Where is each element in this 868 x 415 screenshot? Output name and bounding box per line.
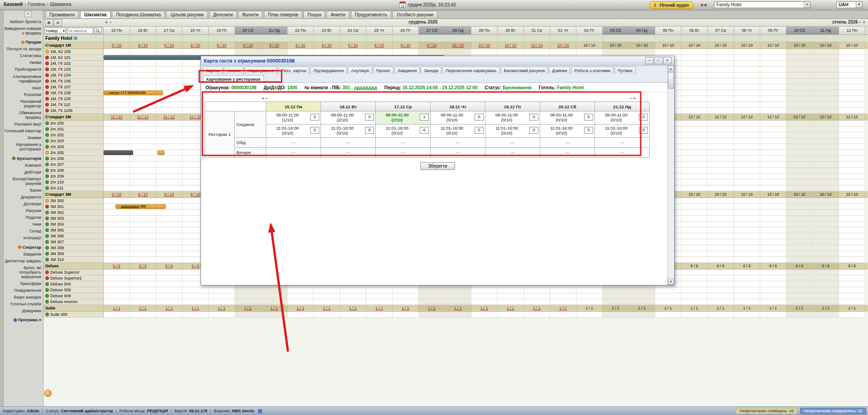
grid-cell[interactable] [130,216,156,222]
meal-qty-input[interactable]: 1 [420,114,429,121]
grid-cell[interactable] [261,299,288,305]
availability-link[interactable]: 1 / 1 [323,306,331,310]
room-label[interactable]: 1М, ГК 107 [43,84,104,90]
grid-cell[interactable] [288,293,314,299]
grid-cell[interactable] [130,270,156,275]
grid-cell[interactable] [839,281,865,287]
pager-last-button[interactable]: » [633,95,636,101]
grid-cell[interactable] [839,61,865,67]
grid-cell[interactable] [760,132,786,138]
room-label[interactable]: 1М, ГК 102 [43,61,104,67]
grid-cell[interactable] [524,312,550,318]
grid-cell[interactable] [182,299,209,305]
grid-cell[interactable] [760,138,786,144]
grid-cell[interactable] [813,281,839,287]
modal-tab[interactable]: Путівки [614,67,636,74]
room-label[interactable]: 2m 201 [43,126,104,132]
grid-cell[interactable] [681,144,708,150]
grid-cell[interactable] [629,287,655,293]
meal-slot-cell[interactable]: 08:00-11:00(0/10)0 [540,111,595,125]
grid-cell[interactable] [813,150,839,156]
quick-action-button[interactable] [44,390,52,397]
grid-cell[interactable] [708,150,734,156]
availability-link[interactable]: 9 / 10 [138,192,148,197]
grid-cell[interactable] [734,72,760,78]
grid-cell[interactable] [813,78,839,84]
grid-cell[interactable] [786,78,813,84]
grid-cell[interactable] [734,222,760,227]
grid-cell[interactable] [813,72,839,78]
grid-cell[interactable] [813,102,839,108]
sidebar-item[interactable]: Розсилки [4,92,41,97]
grid-cell[interactable] [786,275,813,281]
grid-cell[interactable] [708,312,734,318]
availability-link[interactable]: 8 / 10 [112,43,121,48]
app-tab[interactable]: Цільові рахунки [166,11,207,18]
availability-link[interactable]: 1 / 1 [192,306,199,310]
grid-cell[interactable] [681,96,708,102]
room-label[interactable]: 3М 304 [43,222,104,227]
grid-cell[interactable] [734,216,760,222]
grid-cell[interactable] [760,102,786,108]
availability-link[interactable]: 11 / 12 [190,115,201,119]
day-header-cell[interactable]: 30 Вт [498,27,524,34]
grid-cell[interactable] [760,239,786,245]
meal-qty-input[interactable]: 0 [475,114,484,121]
grid-cell[interactable] [708,281,734,287]
grid-cell[interactable] [156,299,182,305]
sidebar-item[interactable]: Готельний інвентар [4,129,41,133]
grid-cell[interactable] [760,287,786,293]
meal-qty-input[interactable]: 0 [475,127,484,134]
grid-cell[interactable] [209,49,235,55]
grid-cell[interactable] [104,156,130,162]
grid-cell[interactable] [576,299,603,305]
grid-cell[interactable] [209,287,235,293]
grid-cell[interactable] [156,245,182,251]
grid-cell[interactable] [734,293,760,299]
grid-cell[interactable] [839,102,865,108]
grid-cell[interactable] [445,49,471,55]
grid-cell[interactable] [104,121,130,126]
grid-cell[interactable] [813,132,839,138]
meal-slot-cell[interactable]: 11:01-16:00(0/10)0 [321,125,376,138]
app-tab[interactable]: Депозити [209,11,237,18]
sidebar-item[interactable]: Чеки [4,222,41,227]
grid-cell[interactable] [734,312,760,318]
grid-cell[interactable] [130,72,156,78]
grid-cell[interactable] [471,287,498,293]
grid-cell[interactable] [760,49,786,55]
grid-cell[interactable] [655,312,681,318]
grid-cell[interactable] [104,144,130,150]
grid-cell[interactable] [839,179,865,185]
meal-qty-input[interactable]: 0 [584,127,593,134]
grid-cell[interactable] [340,287,366,293]
grid-cell[interactable] [471,293,498,299]
grid-cell[interactable] [314,287,340,293]
breadcrumb-root[interactable]: Базовий [4,2,23,7]
sidebar-item[interactable]: Дебітори [4,170,41,174]
grid-cell[interactable] [419,293,445,299]
meal-qty-input[interactable]: 0 [529,127,538,134]
meal-slot-cell[interactable]: 08:00-11:00(0/10)0 [595,111,650,125]
grid-cell[interactable] [708,55,734,61]
day-header-cell[interactable]: 25 Чт [366,27,393,34]
availability-link[interactable]: 9 / 10 [164,43,174,48]
room-label[interactable]: Deluxe nnnnnn [43,299,104,305]
room-label[interactable]: Suite 400 [43,312,104,318]
availability-link[interactable]: 11 / 12 [163,115,175,119]
grid-cell[interactable] [786,168,813,174]
grid-cell[interactable] [130,144,156,150]
grid-cell[interactable] [734,233,760,239]
room-label[interactable]: 2m 204 [43,144,104,150]
grid-cell[interactable] [366,299,393,305]
availability-link[interactable]: 1 / 1 [113,306,120,310]
app-tab[interactable]: Особисті рахунки [393,11,437,18]
meal-qty-input[interactable]: 0 [639,114,648,121]
grid-cell[interactable] [603,299,629,305]
sidebar-item[interactable]: Прейскуранти [4,67,41,72]
grid-cell[interactable] [419,49,445,55]
grid-cell[interactable] [734,281,760,287]
grid-cell[interactable] [813,121,839,126]
day-header-cell[interactable]: 10 Сб [786,27,813,34]
availability-link[interactable]: 6 / 6 [165,264,173,268]
